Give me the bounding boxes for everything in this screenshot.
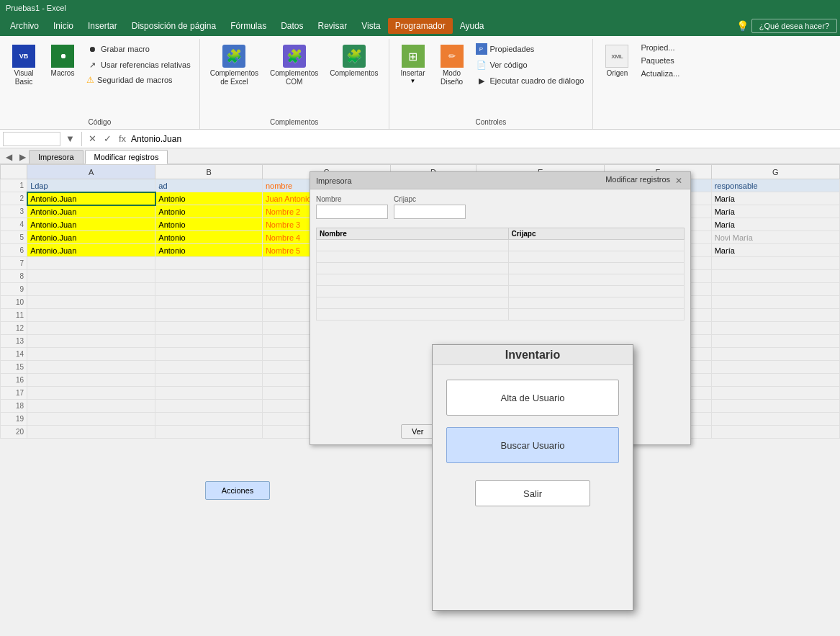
run-icon: ▶: [476, 75, 487, 86]
sheet-tab-impresora[interactable]: Impresora: [29, 150, 83, 164]
bg-table-header-crijapc: Crijapc: [508, 228, 684, 240]
menu-bar-right: 💡 ¿Qué desea hacer?: [736, 19, 837, 33]
mode-icon: ✏: [441, 45, 464, 68]
menu-insertar[interactable]: Insertar: [81, 18, 125, 34]
buscar-usuario-btn[interactable]: Buscar Usuario: [446, 427, 619, 463]
cell-4-a[interactable]: Antonio.Juan: [27, 218, 155, 231]
col-header-b[interactable]: B: [155, 165, 263, 179]
ribbon-btn-paquetes[interactable]: Paquetes: [638, 55, 682, 66]
ribbon-btn-propiedades[interactable]: P Propiedades: [473, 42, 587, 56]
cell-2-b[interactable]: Antonio: [155, 192, 263, 205]
cell-6-b[interactable]: Antonio: [155, 244, 263, 257]
bg-table-cell[interactable]: [317, 263, 509, 274]
menu-disposicion[interactable]: Disposición de página: [125, 18, 223, 34]
cell-2-g[interactable]: María: [711, 192, 839, 205]
nombre-input[interactable]: [316, 205, 388, 219]
ribbon-btn-seguridad[interactable]: ⚠ Seguridad de macros: [83, 73, 194, 86]
cell-5-b[interactable]: Antonio: [155, 231, 263, 244]
col-header-g[interactable]: G: [711, 165, 839, 179]
ribbon-btn-insertar[interactable]: ⊞ Insertar ▼: [395, 42, 431, 87]
bg-table-cell[interactable]: [317, 309, 509, 321]
ribbon-btn-visual-basic[interactable]: VB VisualBasic: [6, 42, 42, 89]
ribbon-btn-actualiza[interactable]: Actualiza...: [638, 68, 682, 79]
ribbon-group-controles: ⊞ Insertar ▼ ✏ ModoDiseño P Propiedades …: [389, 39, 594, 129]
menu-archivo[interactable]: Archivo: [3, 18, 46, 34]
row-num-16: 16: [1, 374, 27, 387]
bg-table-cell[interactable]: [317, 286, 509, 297]
formula-input[interactable]: [131, 134, 837, 144]
menu-inicio[interactable]: Inicio: [46, 18, 81, 34]
bg-btn-ver[interactable]: Ver: [401, 424, 435, 439]
bg-table-cell[interactable]: [508, 263, 684, 274]
col-header-a[interactable]: A: [27, 165, 155, 179]
cell-6-a[interactable]: Antonio.Juan: [27, 244, 155, 257]
bg-table-cell[interactable]: [508, 309, 684, 321]
vb-icon: VB: [12, 45, 35, 68]
salir-btn[interactable]: Salir: [475, 480, 590, 506]
sheet-nav-left[interactable]: ◀: [3, 151, 15, 164]
row-num-13: 13: [1, 335, 27, 348]
bg-table-row: [317, 274, 685, 286]
cell-3-b[interactable]: Antonio: [155, 205, 263, 218]
bg-table-cell[interactable]: [317, 251, 509, 263]
cell-2-a[interactable]: Antonio.Juan: [27, 192, 155, 205]
search-btn[interactable]: ¿Qué desea hacer?: [751, 19, 837, 33]
bg-dialog-close[interactable]: ✕: [673, 175, 685, 187]
codigo-group-label: Código: [6, 117, 194, 129]
ribbon-btn-ver-codigo[interactable]: 📄 Ver código: [473, 58, 587, 72]
acciones-button[interactable]: Acciones: [205, 481, 270, 500]
bg-table-cell[interactable]: [508, 251, 684, 263]
cell-5-a[interactable]: Antonio.Juan: [27, 231, 155, 244]
ribbon-btn-complementos-excel[interactable]: 🧩 Complementosde Excel: [206, 42, 263, 89]
ribbon-btn-propiedades2[interactable]: Propied...: [638, 42, 682, 53]
menu-vista[interactable]: Vista: [354, 18, 387, 34]
menu-formulas[interactable]: Fórmulas: [223, 18, 274, 34]
row-num-3: 3: [1, 205, 27, 218]
row-num-15: 15: [1, 361, 27, 374]
cell-1-g[interactable]: responsable: [711, 179, 839, 192]
inventario-dialog[interactable]: Inventario Alta de Usuario Buscar Usuari…: [432, 344, 633, 611]
bg-dialog-title2: Modificar registros: [605, 175, 670, 187]
cell-3-a[interactable]: Antonio.Juan: [27, 205, 155, 218]
bg-table-cell[interactable]: [508, 297, 684, 309]
formula-fx-btn[interactable]: fx: [117, 133, 128, 144]
ribbon-btn-macros[interactable]: ⏺ Macros: [45, 42, 81, 81]
cell-4-g[interactable]: María: [711, 218, 839, 231]
sheet-tab-modificar[interactable]: Modificar registros: [85, 150, 168, 164]
modo-label: ModoDiseño: [441, 69, 463, 86]
name-box[interactable]: [3, 132, 60, 146]
bg-table-cell[interactable]: [317, 297, 509, 309]
alta-usuario-btn[interactable]: Alta de Usuario: [446, 380, 619, 416]
cell-5-g[interactable]: Novi María: [711, 231, 839, 244]
formula-confirm-btn[interactable]: ✓: [101, 133, 114, 144]
menu-programador[interactable]: Programador: [388, 18, 453, 34]
bg-table-cell[interactable]: [508, 286, 684, 297]
warning-icon: ⚠: [86, 75, 94, 85]
cell-1-a[interactable]: Ldap: [27, 179, 155, 192]
ribbon-btn-modo-diseno[interactable]: ✏ ModoDiseño: [434, 42, 470, 89]
bg-table-cell[interactable]: [508, 274, 684, 286]
formula-cancel-btn[interactable]: ✕: [86, 133, 99, 144]
crijapc-input[interactable]: [394, 205, 466, 219]
ribbon-col-xml-small: Propied... Paquetes Actualiza...: [638, 42, 682, 79]
menu-ayuda[interactable]: Ayuda: [453, 18, 492, 34]
ribbon-btn-ejecutar[interactable]: ▶ Ejecutar cuadro de diálogo: [473, 73, 587, 88]
bg-table-cell[interactable]: [317, 240, 509, 251]
cell-1-b[interactable]: ad: [155, 179, 263, 192]
cell-3-g[interactable]: María: [711, 205, 839, 218]
formula-dropdown-btn[interactable]: ▼: [63, 133, 77, 144]
ribbon-col-controles-small: P Propiedades 📄 Ver código ▶ Ejecutar cu…: [473, 42, 587, 88]
ribbon-btn-origen[interactable]: XML Origen: [599, 42, 635, 81]
menu-revisar[interactable]: Revisar: [311, 18, 355, 34]
bg-dialog-titlebar: Impresora Modificar registros ✕: [310, 172, 690, 189]
ribbon-btn-complementos-com[interactable]: 🧩 ComplementosCOM: [266, 42, 322, 89]
cell-6-g[interactable]: María: [711, 244, 839, 257]
ribbon-btn-referencias[interactable]: ↗ Usar referencias relativas: [83, 58, 194, 72]
ribbon-btn-grabar[interactable]: ⏺ Grabar macro: [83, 42, 194, 56]
sheet-nav-right[interactable]: ▶: [17, 151, 29, 164]
cell-4-b[interactable]: Antonio: [155, 218, 263, 231]
bg-table-cell[interactable]: [508, 240, 684, 251]
ribbon-btn-complementos[interactable]: 🧩 Complementos: [325, 42, 382, 81]
menu-datos[interactable]: Datos: [274, 18, 310, 34]
bg-table-cell[interactable]: [317, 274, 509, 286]
